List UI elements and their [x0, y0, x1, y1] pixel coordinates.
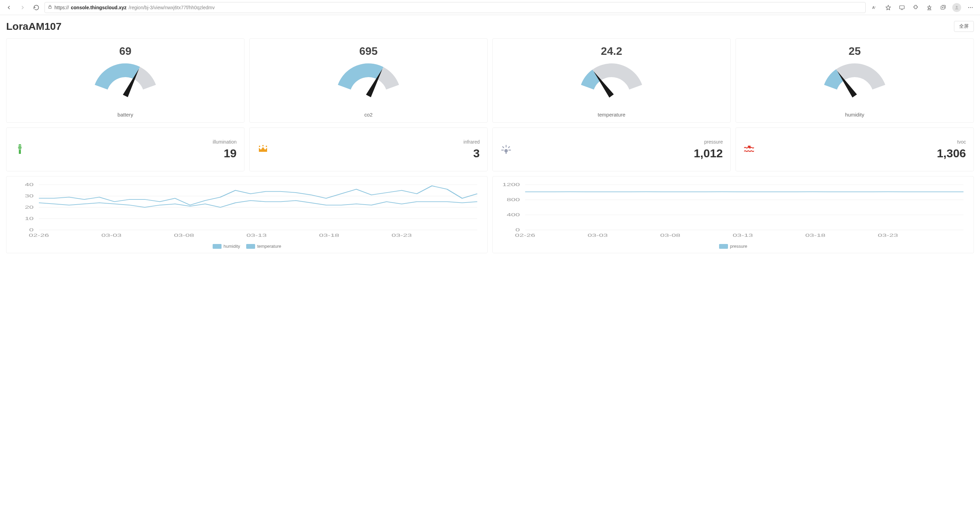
gauge-card-co2[interactable]: 695 co2	[249, 38, 488, 123]
gauge-value: 695	[359, 45, 377, 57]
svg-text:02-26: 02-26	[29, 233, 49, 238]
svg-rect-19	[748, 146, 751, 148]
svg-text:02-26: 02-26	[515, 233, 535, 238]
address-bar[interactable]: https://console.thingscloud.xyz/region/b…	[45, 2, 865, 13]
forward-button[interactable]	[17, 2, 28, 13]
gauge-value: 24.2	[601, 45, 622, 57]
svg-text:03-08: 03-08	[174, 233, 194, 238]
svg-point-17	[504, 149, 508, 153]
page-title: LoraAM107	[6, 21, 62, 32]
stat-card-pressure[interactable]: pressure 1,012	[492, 128, 731, 171]
svg-text:03-23: 03-23	[392, 233, 412, 238]
svg-text:30: 30	[25, 194, 34, 198]
svg-point-10	[956, 6, 958, 8]
svg-point-13	[972, 7, 972, 8]
wave-chip-icon	[743, 144, 755, 155]
stat-card-illumination[interactable]: illumination 19	[6, 128, 245, 171]
legend-item: humidity	[213, 244, 240, 249]
gauge-label: co2	[364, 112, 372, 118]
svg-text:800: 800	[507, 197, 520, 202]
url-host: console.thingscloud.xyz	[71, 5, 127, 10]
page-header: LoraAM107 全屏	[6, 21, 974, 32]
stat-name: tvoc	[937, 139, 966, 145]
chart-legend: humidity temperature	[10, 244, 484, 249]
svg-point-12	[970, 7, 971, 8]
stat-name: infrared	[464, 139, 480, 145]
gauge-card-temperature[interactable]: 24.2 temperature	[492, 38, 731, 123]
svg-text:0: 0	[515, 228, 520, 232]
gauge-value: 69	[119, 45, 132, 57]
gauge-chart	[739, 58, 970, 110]
svg-point-15	[262, 145, 264, 146]
gauge-card-humidity[interactable]: 25 humidity	[735, 38, 974, 123]
svg-text:400: 400	[507, 212, 520, 217]
gauge-chart	[496, 58, 727, 110]
extensions-icon[interactable]	[910, 2, 922, 13]
svg-text:0: 0	[29, 228, 33, 232]
svg-point-14	[259, 146, 260, 147]
lock-icon	[48, 5, 52, 10]
gauge-label: humidity	[845, 112, 864, 118]
svg-text:40: 40	[25, 182, 34, 187]
stat-value: 3	[464, 147, 480, 160]
svg-point-16	[266, 146, 267, 147]
gauge-card-battery[interactable]: 69 battery	[6, 38, 245, 123]
chart-legend: pressure	[496, 244, 970, 249]
read-aloud-icon[interactable]: A⁾	[869, 2, 881, 13]
svg-text:03-18: 03-18	[805, 233, 826, 238]
profile-avatar[interactable]	[951, 2, 963, 13]
svg-text:03-18: 03-18	[319, 233, 339, 238]
stat-value: 19	[213, 147, 237, 160]
svg-text:03-08: 03-08	[660, 233, 680, 238]
gauge-label: battery	[118, 112, 133, 118]
browser-toolbar-right: A⁾	[869, 2, 977, 13]
svg-text:20: 20	[25, 205, 34, 210]
gauge-value: 25	[848, 45, 861, 57]
line-chart-pressure[interactable]: 0400800120002-2603-0303-0803-1303-1803-2…	[492, 176, 974, 253]
stat-card-infrared[interactable]: infrared 3	[249, 128, 488, 171]
svg-rect-18	[506, 152, 507, 154]
svg-text:10: 10	[25, 216, 34, 221]
stat-name: pressure	[694, 139, 723, 145]
legend-item: pressure	[719, 244, 748, 249]
svg-marker-5	[928, 5, 931, 9]
stat-value: 1,012	[694, 147, 723, 160]
svg-text:03-13: 03-13	[733, 233, 753, 238]
svg-text:1200: 1200	[502, 182, 520, 187]
svg-rect-0	[49, 6, 51, 8]
stat-card-tvoc[interactable]: tvoc 1,306	[735, 128, 974, 171]
line-chart-humidity-temperature[interactable]: 01020304002-2603-0303-0803-1303-1803-23 …	[6, 176, 488, 253]
gauge-chart	[253, 58, 484, 110]
svg-point-11	[968, 7, 969, 8]
favorites-bar-icon[interactable]	[923, 2, 935, 13]
crown-icon	[257, 144, 269, 155]
favorite-star-icon[interactable]	[882, 2, 894, 13]
gauge-chart	[10, 58, 241, 110]
svg-text:03-03: 03-03	[101, 233, 122, 238]
svg-rect-3	[899, 5, 904, 9]
back-button[interactable]	[3, 2, 14, 13]
svg-text:03-03: 03-03	[588, 233, 608, 238]
light-rays-icon	[500, 144, 512, 155]
svg-text:A⁾: A⁾	[872, 5, 875, 9]
stat-name: illumination	[213, 139, 237, 145]
refresh-button[interactable]	[31, 2, 42, 13]
legend-item: temperature	[246, 244, 281, 249]
more-menu-icon[interactable]	[964, 2, 977, 13]
dashboard-page: LoraAM107 全屏 69 battery 695 co2 24.2 tem…	[0, 15, 980, 259]
svg-marker-2	[886, 5, 891, 10]
svg-text:03-13: 03-13	[247, 233, 267, 238]
stat-value: 1,306	[937, 147, 966, 160]
collections-icon[interactable]	[937, 2, 949, 13]
url-prefix: https://	[54, 5, 69, 10]
browser-toolbar: https://console.thingscloud.xyz/region/b…	[0, 0, 980, 15]
gauge-label: temperature	[598, 112, 625, 118]
screen-icon[interactable]	[896, 2, 908, 13]
bulb-spiral-icon	[14, 144, 26, 155]
url-path: /region/bj-3/view/nwxj6tx77f/hh0qzledmv	[129, 5, 215, 10]
fullscreen-button[interactable]: 全屏	[954, 21, 974, 32]
widget-grid: 69 battery 695 co2 24.2 temperature 25 h…	[6, 38, 974, 253]
svg-text:03-23: 03-23	[878, 233, 898, 238]
